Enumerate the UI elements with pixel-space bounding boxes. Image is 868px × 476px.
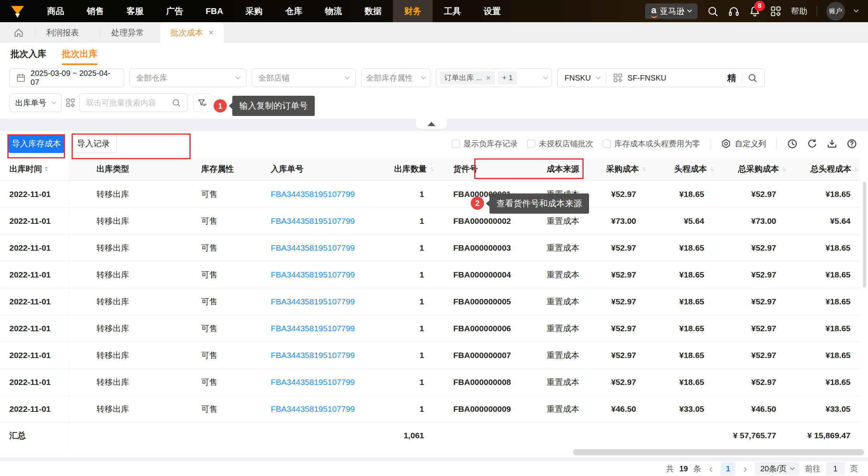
cell-outbound-qty: 1 bbox=[360, 235, 436, 261]
current-page-button[interactable]: 1 bbox=[721, 462, 735, 475]
nav-item-7[interactable]: 仓库 bbox=[274, 0, 314, 22]
toolbar-divider bbox=[776, 139, 777, 149]
nav-item-4[interactable]: 广告 bbox=[155, 0, 195, 22]
outbound-type-multiselect[interactable]: 订单出库 ... × + 1 bbox=[436, 69, 552, 87]
cell-freight-cost: ¥5.64 bbox=[648, 208, 716, 234]
checkbox-group-1[interactable]: 显示负库存记录 bbox=[452, 139, 518, 149]
nav-item-5[interactable]: FBA bbox=[195, 0, 234, 22]
cell-freight-cost: ¥33.05 bbox=[648, 396, 716, 422]
next-page-button[interactable]: › bbox=[741, 463, 749, 474]
date-range-picker[interactable]: 2025-03-09 ~ 2025-04-07 bbox=[9, 69, 124, 87]
sort-icon[interactable]: ↑↓ bbox=[430, 165, 433, 172]
sort-icon[interactable]: ↑↓ bbox=[642, 165, 645, 172]
outbound-no-field-select[interactable]: 出库单号 bbox=[9, 93, 61, 112]
cell-purchase-cost: ¥52.97 bbox=[584, 235, 648, 261]
sort-icon[interactable]: ↑↓ bbox=[782, 165, 785, 172]
th-outbound-time[interactable]: 出库时间↑ bbox=[0, 158, 69, 180]
nav-item-3[interactable]: 客服 bbox=[115, 0, 155, 22]
sku-search-input[interactable]: SF-FNSKU bbox=[628, 74, 727, 83]
search-icon[interactable] bbox=[747, 73, 758, 83]
close-icon[interactable]: × bbox=[209, 28, 214, 37]
th-total-purchase-cost[interactable]: 总采购成本↑↓ bbox=[716, 158, 788, 180]
advanced-filter-funnel-icon[interactable] bbox=[193, 93, 212, 112]
nav-item-8[interactable]: 物流 bbox=[314, 0, 353, 22]
th-freight-cost[interactable]: 头程成本↑↓ bbox=[648, 158, 716, 180]
subtab-batch-inbound[interactable]: 批次入库 bbox=[11, 43, 46, 65]
table-row: 2022-11-01转移出库可售FBA3443581951077991FBA00… bbox=[0, 396, 860, 423]
cell-inbound-no[interactable]: FBA344358195107799 bbox=[243, 262, 360, 288]
checkbox-group-2[interactable]: 未授权店铺批次 bbox=[527, 139, 593, 149]
exact-match-toggle[interactable]: 精 bbox=[727, 72, 736, 84]
th-total-freight-cost[interactable]: 总头程成本↑↓ bbox=[788, 158, 860, 180]
download-export-icon[interactable] bbox=[826, 138, 838, 149]
sort-asc-icon[interactable]: ↑ bbox=[44, 165, 48, 173]
batch-search-icon[interactable] bbox=[613, 73, 623, 83]
inventory-attr-select[interactable]: 全部库存属性 bbox=[361, 69, 430, 87]
collapse-filters-button[interactable] bbox=[416, 119, 447, 129]
cell-inbound-no[interactable]: FBA344358195107799 bbox=[243, 235, 360, 261]
account-chevron-icon[interactable] bbox=[854, 7, 859, 12]
prev-page-button[interactable]: ‹ bbox=[707, 463, 715, 474]
vertical-scrollbar[interactable] bbox=[863, 182, 866, 288]
cell-purchase-cost: ¥52.97 bbox=[584, 262, 648, 288]
nav-item-6[interactable]: 采购 bbox=[234, 0, 274, 22]
help-question-icon[interactable] bbox=[846, 138, 857, 149]
warehouse-select[interactable]: 全部仓库 bbox=[130, 69, 246, 87]
customize-columns-label: 自定义列 bbox=[735, 139, 766, 149]
account-avatar[interactable]: 账户 bbox=[826, 2, 845, 21]
nav-item-1[interactable]: 商品 bbox=[36, 0, 75, 22]
customize-columns-button[interactable]: 自定义列 bbox=[721, 138, 766, 149]
marketplace-switcher[interactable]: a 亚马逊 bbox=[645, 4, 698, 19]
sku-type-select[interactable]: FNSKU bbox=[565, 74, 591, 83]
cell-inbound-no[interactable]: FBA344358195107799 bbox=[243, 181, 360, 207]
cell-inbound-no[interactable]: FBA344358195107799 bbox=[243, 208, 360, 234]
store-select[interactable]: 全部店铺 bbox=[252, 69, 356, 87]
cell-outbound-type: 转移出库 bbox=[69, 315, 174, 342]
notifications-bell-icon[interactable]: 8 bbox=[749, 5, 761, 17]
nav-item-2[interactable]: 销售 bbox=[75, 0, 115, 22]
nav-item-9[interactable]: 数据 bbox=[353, 0, 393, 22]
subtab-batch-outbound[interactable]: 批次出库 bbox=[62, 43, 98, 65]
cell-inbound-no[interactable]: FBA344358195107799 bbox=[243, 288, 360, 315]
history-clock-icon[interactable] bbox=[787, 138, 798, 149]
cell-outbound-time: 2022-11-01 bbox=[0, 181, 69, 207]
cell-inbound-no[interactable]: FBA344358195107799 bbox=[243, 342, 360, 369]
th-purchase-cost[interactable]: 采购成本↑↓ bbox=[584, 158, 648, 180]
checkbox-group-3[interactable]: 库存成本或头程费用为零 bbox=[603, 139, 700, 149]
goto-page-input[interactable]: 1 bbox=[826, 462, 845, 475]
tab-batch-cost[interactable]: 批次成本 × bbox=[160, 22, 224, 43]
tab-link-handle-exception[interactable]: 处理异常 bbox=[111, 27, 144, 38]
home-icon[interactable] bbox=[13, 27, 24, 38]
toolbar-right: 显示负库存记录未授权店铺批次库存成本或头程费用为零 自定义列 bbox=[452, 134, 857, 153]
checkbox[interactable] bbox=[603, 140, 611, 148]
tag-label: 订单出库 ... bbox=[444, 73, 482, 83]
help-link[interactable]: 帮助 bbox=[791, 6, 807, 17]
cell-inbound-no[interactable]: FBA344358195107799 bbox=[243, 369, 360, 395]
horizontal-scrollbar[interactable] bbox=[573, 449, 864, 455]
sort-icon[interactable]: ↑↓ bbox=[710, 165, 713, 172]
nav-item-12[interactable]: 设置 bbox=[472, 0, 512, 22]
cell-inbound-no[interactable]: FBA344358195107799 bbox=[243, 396, 360, 422]
nav-item-10[interactable]: 财务 bbox=[393, 0, 433, 22]
checkbox[interactable] bbox=[452, 140, 460, 148]
sort-icon[interactable]: ↑↓ bbox=[854, 165, 857, 172]
batch-search-input[interactable]: 双击可批量搜索内容 bbox=[79, 93, 188, 112]
brand-logo-icon[interactable] bbox=[9, 2, 26, 20]
cell-inbound-no[interactable]: FBA344358195107799 bbox=[243, 315, 360, 342]
search-icon[interactable] bbox=[707, 5, 719, 17]
th-outbound-qty[interactable]: 出库数量↑↓ bbox=[360, 158, 436, 180]
tag-close-icon[interactable]: × bbox=[486, 74, 491, 82]
refresh-icon[interactable] bbox=[807, 138, 818, 149]
import-record-button[interactable]: 导入记录 bbox=[70, 134, 117, 153]
cell-outbound-time: 2022-11-01 bbox=[0, 288, 69, 315]
tab-link-profit-report[interactable]: 利润报表 bbox=[46, 27, 79, 38]
nav-item-11[interactable]: 工具 bbox=[433, 0, 472, 22]
headset-support-icon[interactable] bbox=[728, 5, 740, 17]
top-nav: 商品销售客服广告FBA采购仓库物流数据财务工具设置 a 亚马逊 8 帮助 bbox=[0, 0, 868, 22]
batch-search-icon[interactable] bbox=[65, 98, 75, 108]
cell-inventory-attr: 可售 bbox=[174, 235, 243, 261]
page-size-select[interactable]: 20条/页 bbox=[755, 462, 800, 475]
apps-grid-icon[interactable] bbox=[770, 5, 782, 17]
checkbox[interactable] bbox=[527, 140, 535, 148]
import-inventory-cost-button[interactable]: 导入库存成本 bbox=[8, 134, 65, 153]
